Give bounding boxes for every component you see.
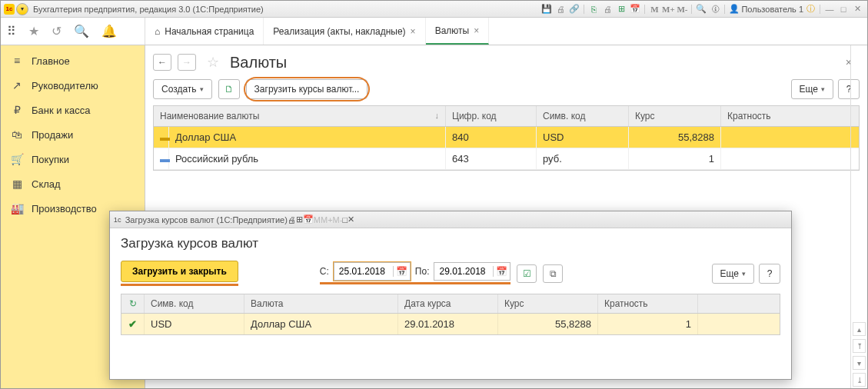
sidebar-item-bank[interactable]: ₽Банк и касса xyxy=(1,98,145,122)
history-icon[interactable]: ↺ xyxy=(52,24,62,38)
dialog-more-button[interactable]: Еще▾ xyxy=(712,264,754,284)
calendar-icon[interactable]: 📅 xyxy=(303,214,314,224)
close-icon[interactable]: × xyxy=(474,25,479,36)
print-icon[interactable]: 🖨 xyxy=(554,2,567,16)
save-icon[interactable]: 💾 xyxy=(540,2,554,16)
sidebar-item-label: Склад xyxy=(32,178,61,190)
compare-icon[interactable]: ⎘ xyxy=(587,2,600,16)
info-icon[interactable]: ⓘ xyxy=(803,2,817,16)
m-plus-button[interactable]: M+ xyxy=(661,2,675,16)
main-window: 1c ▾ Бухгалтерия предприятия, редакция 3… xyxy=(0,0,868,389)
more-button[interactable]: Еще▾ xyxy=(791,79,833,99)
calc-icon[interactable]: ⊞ xyxy=(296,214,303,224)
bell-icon[interactable]: 🔔 xyxy=(101,24,117,38)
dialog-toolbar: Загрузить и закрыть С: 📅 По: 📅 ☑ xyxy=(121,261,780,286)
dialog-help-button[interactable]: ? xyxy=(759,264,780,284)
link-icon[interactable]: 🔗 xyxy=(567,2,581,16)
close-button[interactable]: ✕ xyxy=(850,2,864,16)
scroll-down-button[interactable]: ▾ xyxy=(853,356,866,370)
calendar-icon[interactable]: 📅 xyxy=(393,266,410,277)
close-icon[interactable]: × xyxy=(411,26,416,37)
col-refresh[interactable]: ↻ xyxy=(121,294,145,313)
col-name[interactable]: Валюта xyxy=(244,294,398,313)
m-button[interactable]: M xyxy=(647,2,661,16)
sort-arrow-icon: ↓ xyxy=(435,111,440,121)
dialog-body: Загрузка курсов валют Загрузить и закрыт… xyxy=(110,228,791,343)
load-rates-button[interactable]: Загрузить курсы валют... xyxy=(246,79,368,99)
col-num[interactable]: Цифр. код xyxy=(446,106,537,126)
search-icon[interactable]: 🔍 xyxy=(74,24,89,38)
minimize-button[interactable]: — xyxy=(823,2,836,16)
sidebar-item-label: Покупки xyxy=(32,154,69,165)
close-button[interactable]: ✕ xyxy=(348,214,354,224)
sidebar-item-main[interactable]: ≡Главное xyxy=(1,48,145,73)
table-row[interactable]: ▬ Доллар США 840 USD 55,8288 xyxy=(154,127,859,148)
col-name[interactable]: Наименование валюты↓ xyxy=(154,106,446,126)
col-rate[interactable]: Курс xyxy=(498,294,598,313)
sidebar-item-sales[interactable]: 🛍Продажи xyxy=(1,122,145,147)
back-button[interactable]: ← xyxy=(153,54,171,71)
table-row[interactable]: ▬ Российский рубль 643 руб. 1 xyxy=(154,148,859,170)
date-to-input[interactable] xyxy=(434,266,493,277)
zoom-icon[interactable]: 🔍 xyxy=(694,2,708,16)
dialog-heading: Загрузка курсов валют xyxy=(121,236,780,251)
tab-home[interactable]: ⌂ Начальная страница xyxy=(145,18,264,45)
col-mult[interactable]: Кратность xyxy=(721,106,859,126)
grid-icon: ▦ xyxy=(10,178,24,190)
dialog-title: Загрузка курсов валют (1С:Предприятие) xyxy=(125,215,288,224)
sidebar-item-manager[interactable]: ↗Руководителю xyxy=(1,73,145,98)
cell-check[interactable]: ✔ xyxy=(121,314,145,334)
cell-mult: 1 xyxy=(598,314,698,334)
scroll-bottom-button[interactable]: ⤓ xyxy=(853,373,866,387)
date-from-input[interactable] xyxy=(334,266,393,277)
sidebar-item-purchases[interactable]: 🛒Покупки xyxy=(1,147,145,171)
tab-realization[interactable]: Реализация (акты, накладные) × xyxy=(264,18,425,45)
col-rate[interactable]: Курс xyxy=(629,106,721,126)
m-minus-button[interactable]: M- xyxy=(333,215,343,224)
cell-sym: руб. xyxy=(537,148,629,169)
factory-icon: 🏭 xyxy=(10,202,24,214)
tab-label: Валюты xyxy=(435,25,470,36)
print2-icon[interactable]: 🖨 xyxy=(600,2,614,16)
copy-button[interactable]: ⧉ xyxy=(543,264,563,283)
create-button[interactable]: Создать▾ xyxy=(153,79,212,99)
tab-currencies[interactable]: Валюты × xyxy=(426,18,490,45)
title-dropdown[interactable]: ▾ xyxy=(16,3,28,15)
col-sym[interactable]: Симв. код xyxy=(537,106,629,126)
maximize-button[interactable]: □ xyxy=(342,215,348,224)
m-minus-button[interactable]: M- xyxy=(675,2,689,16)
tab-label: Реализация (акты, накладные) xyxy=(273,26,405,37)
col-sym[interactable]: Симв. код xyxy=(145,294,244,313)
m-plus-button[interactable]: M+ xyxy=(321,215,333,224)
col-date[interactable]: Дата курса xyxy=(398,294,498,313)
user-label[interactable]: Пользователь 1 xyxy=(741,5,803,14)
maximize-button[interactable]: □ xyxy=(836,2,850,16)
cell-name: Российский рубль xyxy=(169,148,446,169)
sidebar-item-stock[interactable]: ▦Склад xyxy=(1,171,145,196)
print-icon[interactable]: 🖨 xyxy=(288,215,296,224)
help-icon[interactable]: 🛈 xyxy=(708,2,722,16)
date-to-field[interactable]: 📅 xyxy=(434,262,510,281)
star-icon[interactable]: ★ xyxy=(28,24,39,38)
dialog-grid-row[interactable]: ✔ USD Доллар США 29.01.2018 55,8288 1 xyxy=(121,314,780,334)
calc-icon[interactable]: ⊞ xyxy=(614,2,628,16)
favorite-star[interactable]: ☆ xyxy=(207,54,219,71)
sidebar-item-label: Руководителю xyxy=(32,80,98,91)
select-all-button[interactable]: ☑ xyxy=(517,264,537,283)
titlebar: 1c ▾ Бухгалтерия предприятия, редакция 3… xyxy=(1,1,867,18)
load-and-close-button[interactable]: Загрузить и закрыть xyxy=(121,261,238,282)
scroll-up-button[interactable]: ▴ xyxy=(853,322,866,336)
scroll-top-button[interactable]: ⤒ xyxy=(853,339,866,353)
menu-icon: ≡ xyxy=(10,55,24,67)
top-strip: ⠿ ★ ↺ 🔍 🔔 ⌂ Начальная страница Реализаци… xyxy=(1,18,867,45)
calendar-icon[interactable]: 📅 xyxy=(493,266,510,277)
m-button[interactable]: M xyxy=(314,215,321,224)
calendar-icon[interactable]: 📅 xyxy=(628,2,642,16)
forward-button[interactable]: → xyxy=(178,54,196,71)
apps-icon[interactable]: ⠿ xyxy=(7,24,16,38)
home-icon: ⌂ xyxy=(155,26,160,37)
refresh-button[interactable]: 🗋 xyxy=(218,79,240,99)
ruble-icon: ₽ xyxy=(10,104,24,116)
date-from-field[interactable]: 📅 xyxy=(334,262,411,281)
col-mult[interactable]: Кратность xyxy=(598,294,698,313)
